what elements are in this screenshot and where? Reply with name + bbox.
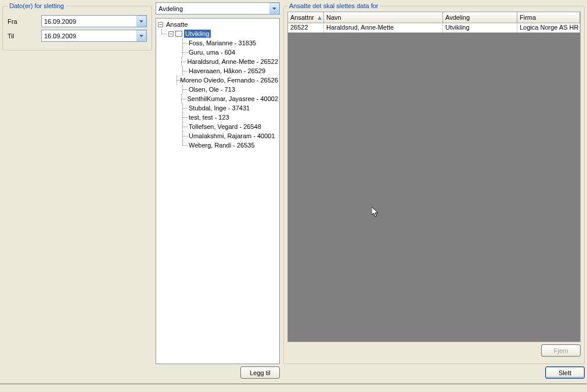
til-date-input[interactable]: 16.09.2009 [41,30,147,42]
header-avdeling[interactable]: Avdeling [443,12,517,23]
tree-node[interactable]: Haraldsrud, Anne-Mette - 26522 [156,57,279,66]
grouping-combo[interactable]: Avdeling [156,2,280,15]
grouping-combo-value: Avdeling [159,5,183,12]
tree-node-label: Stubdal, Inge - 37431 [188,104,251,112]
table-cell: Logica Norge AS HR [517,23,580,33]
til-date-value: 16.09.2009 [44,33,76,39]
tree-toggle[interactable]: − [168,31,174,37]
chevron-down-icon [139,35,143,37]
tree-node[interactable]: −Utvikling [156,29,279,38]
header-navn[interactable]: Navn [324,12,443,23]
tree-node[interactable]: Stubdal, Inge - 37431 [156,103,279,113]
employee-grid[interactable]: Ansattnr ▲ Navn Avdeling Firma 26522Hara… [287,12,581,342]
tree-node-label: Guru, uma - 604 [188,48,236,56]
fra-date-input[interactable]: 16.09.2009 [41,15,147,27]
tree-node[interactable]: Guru, uma - 604 [156,48,279,57]
employee-tree[interactable]: −Ansatte−UtviklingFoss, Marianne - 31835… [156,18,280,364]
fra-label: Fra [8,18,41,25]
tree-node[interactable]: Umalakshmi, Rajaram - 40001 [156,131,279,141]
header-ansattnr[interactable]: Ansattnr ▲ [288,12,324,23]
sort-asc-icon: ▲ [316,14,323,21]
grouping-combo-button[interactable] [269,3,279,14]
tree-node[interactable]: Olsen, Ole - 713 [156,85,279,94]
tree-node[interactable]: test, test - 123 [156,113,279,122]
tree-node-label: Utvikling [184,30,211,38]
table-cell: Haraldsrud, Anne-Mette [324,23,443,33]
tree-node-label: Olsen, Ole - 713 [188,85,236,93]
tree-node[interactable]: −Ansatte [156,20,279,29]
tree-node-label: Haraldsrud, Anne-Mette - 26522 [186,57,279,66]
tree-node-label: Umalakshmi, Rajaram - 40001 [188,132,276,140]
tree-node-label: Ansatte [165,20,189,28]
grid-body: 26522Haraldsrud, Anne-MetteUtviklingLogi… [288,23,580,341]
tree-node-label: Foss, Marianne - 31835 [188,39,257,47]
tree-node-label: Tollefsen, Vegard - 26548 [188,123,262,131]
table-cell: Utvikling [443,23,517,33]
tree-node[interactable]: Moreno Oviedo, Fernando - 26526 [156,75,279,85]
til-label: Til [8,33,41,39]
tree-node-label: test, test - 123 [188,113,231,121]
tree-node-label: Moreno Oviedo, Fernando - 26526 [179,76,279,84]
tree-node[interactable]: SenthilKumar, Jayasree - 40002 [156,94,279,103]
tree-node-label: Haveraaen, Håkon - 26529 [188,67,267,75]
fjern-button[interactable]: Fjern [541,344,581,357]
tree-node-label: Weberg, Randi - 26535 [188,141,256,149]
grid-header: Ansattnr ▲ Navn Avdeling Firma [288,12,580,23]
dates-legend: Dato(er) for sletting [8,2,66,9]
chevron-down-icon [272,8,276,10]
header-firma[interactable]: Firma [517,12,580,23]
tree-node[interactable]: Tollefsen, Vegard - 26548 [156,122,279,131]
selected-employees-fieldset: Ansatte det skal slettes data for Ansatt… [283,2,585,364]
slett-button[interactable]: Slett [545,366,585,379]
table-cell: 26522 [288,23,324,33]
til-date-dropdown-button[interactable] [136,30,146,41]
tree-node-label: SenthilKumar, Jayasree - 40002 [186,95,279,103]
selected-employees-legend: Ansatte det skal slettes data for [287,2,380,9]
tree-node[interactable]: Foss, Marianne - 31835 [156,38,279,48]
tree-toggle[interactable]: − [158,22,163,27]
tree-node[interactable]: Haveraaen, Håkon - 26529 [156,66,279,75]
chevron-down-icon [139,20,143,23]
table-row[interactable]: 26522Haraldsrud, Anne-MetteUtviklingLogi… [288,23,580,33]
folder-icon [175,31,182,37]
fra-date-value: 16.09.2009 [44,18,76,25]
legg-til-button[interactable]: Legg til [240,366,280,379]
dates-fieldset: Dato(er) for sletting Fra 16.09.2009 Til… [2,2,152,51]
tree-node[interactable]: Weberg, Randi - 26535 [156,141,279,150]
fra-date-dropdown-button[interactable] [136,16,146,27]
